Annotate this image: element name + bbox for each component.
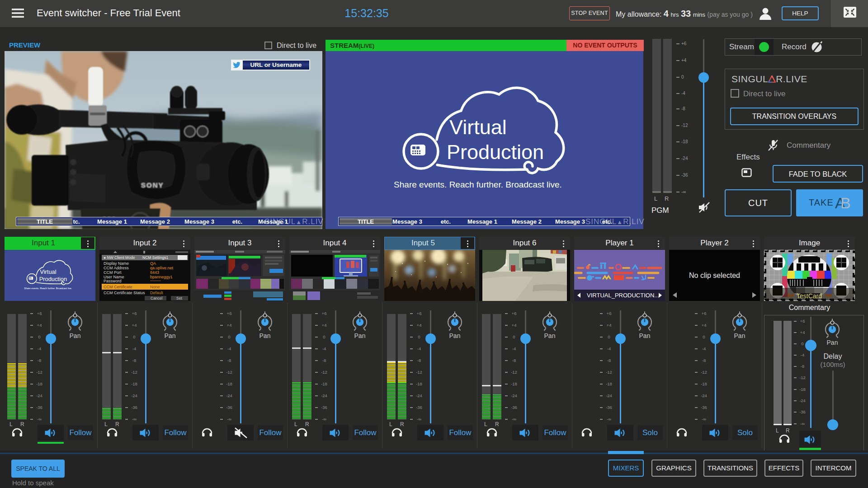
svg-text:Display Name: Display Name xyxy=(104,261,129,266)
svg-text:SONY: SONY xyxy=(141,181,164,189)
svg-text:--------: -------- xyxy=(150,278,161,283)
svg-text:CCM Certificate Status: CCM Certificate Status xyxy=(104,291,145,295)
svg-text:Share events. Reach further. B: Share events. Reach further. Broadcast l… xyxy=(394,180,562,189)
svg-text:Production: Production xyxy=(447,141,544,164)
svg-text:Cancel: Cancel xyxy=(151,296,163,300)
svg-text:qa.uplive.net: qa.uplive.net xyxy=(150,266,174,270)
svg-text:● NW Client Mode: ● NW Client Mode xyxy=(104,255,135,260)
svg-text:Production: Production xyxy=(39,276,67,282)
svg-text:CCM Address: CCM Address xyxy=(104,266,129,270)
svg-text:VIRTUAL_PRODUCTION...: VIRTUAL_PRODUCTION... xyxy=(587,292,659,299)
svg-text:Default: Default xyxy=(150,291,163,295)
svg-text:CCM Port: CCM Port xyxy=(104,270,122,275)
svg-text:Password: Password xyxy=(104,279,122,283)
svg-text:None: None xyxy=(150,285,160,289)
svg-text:Virtual: Virtual xyxy=(40,268,56,275)
svg-text:Set: Set xyxy=(176,296,182,300)
svg-text:8443: 8443 xyxy=(150,270,159,275)
svg-text:CCM Certificate: CCM Certificate xyxy=(104,285,132,289)
svg-text:TestCard: TestCard xyxy=(797,292,822,300)
svg-text:Share events. Reach further. B: Share events. Reach further. Broadcast l… xyxy=(24,287,72,290)
svg-text:NCM Settings1: NCM Settings1 xyxy=(142,255,168,260)
svg-text:Virtual: Virtual xyxy=(449,116,507,139)
svg-text:QA: QA xyxy=(150,261,156,266)
